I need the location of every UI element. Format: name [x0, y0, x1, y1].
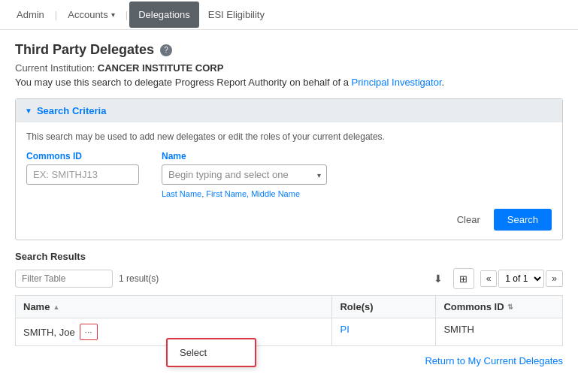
help-icon[interactable]: ? — [160, 44, 172, 56]
more-actions-button[interactable]: ··· — [80, 324, 98, 340]
nav-divider-2: | — [124, 9, 129, 20]
principal-investigator-link[interactable]: Principal Investigator — [352, 77, 442, 88]
commons-id-input[interactable] — [26, 164, 139, 185]
col-name-label: Name — [23, 301, 50, 312]
page-title: Third Party Delegates — [15, 42, 154, 58]
description-end: . — [442, 77, 445, 88]
col-header-name[interactable]: Name ▲ — [16, 296, 332, 318]
name-select-wrapper: Begin typing and select one ▾ — [162, 164, 327, 185]
nav-accounts[interactable]: Accounts ▾ — [59, 2, 123, 28]
name-cell: SMITH, Joe ··· Select — [16, 318, 332, 346]
select-action-item[interactable]: Select — [168, 339, 255, 366]
results-controls: 1 result(s) ⬇ ⊞ « 1 of 1 » — [15, 268, 563, 289]
accounts-label: Accounts — [68, 9, 107, 20]
institution-line: Current Institution: CANCER INSTITUTE CO… — [15, 62, 563, 74]
name-hint: Last Name, First Name, Middle Name — [162, 189, 327, 198]
col-roles-label: Role(s) — [340, 301, 373, 312]
nav-esi[interactable]: ESI Eligibility — [199, 2, 274, 28]
filter-table-input[interactable] — [15, 270, 113, 288]
results-title: Search Results — [15, 251, 563, 262]
col-header-roles: Role(s) — [332, 296, 436, 318]
search-button[interactable]: Search — [494, 209, 552, 231]
actions-dropdown: Select — [166, 338, 256, 367]
col-header-commons[interactable]: Commons ID ⇅ — [436, 296, 563, 318]
nav-delegations[interactable]: Delegations — [129, 2, 199, 28]
search-hint: This search may be used to add new deleg… — [26, 131, 552, 142]
panel-title: Search Criteria — [37, 105, 107, 116]
roles-cell: PI — [332, 318, 436, 346]
commons-id-cell: SMITH — [436, 318, 563, 346]
table-row: SMITH, Joe ··· Select PI SMITH — [16, 318, 563, 346]
search-fields-row: Commons ID Name Begin typing and select … — [26, 151, 552, 198]
row-name-value: SMITH, Joe — [23, 327, 75, 338]
page-title-row: Third Party Delegates ? — [15, 42, 563, 58]
nav-admin[interactable]: Admin — [8, 2, 53, 28]
commons-id-group: Commons ID — [26, 151, 139, 185]
sort-commons-icon: ⇅ — [507, 303, 513, 311]
commons-id-label: Commons ID — [26, 151, 139, 161]
search-actions: Clear Search — [26, 209, 552, 231]
last-page-button[interactable]: » — [546, 270, 563, 287]
first-page-button[interactable]: « — [480, 270, 498, 287]
nav-divider-1: | — [53, 9, 59, 20]
accounts-caret-icon: ▾ — [111, 11, 115, 19]
clear-button[interactable]: Clear — [449, 210, 488, 230]
search-criteria-panel: ▼ Search Criteria This search may be use… — [15, 98, 563, 240]
description-line: You may use this search to delegate Prog… — [15, 77, 563, 88]
top-nav: Admin | Accounts ▾ | Delegations ESI Eli… — [0, 0, 578, 30]
pagination-controls: « 1 of 1 » — [480, 270, 563, 288]
name-label: Name — [162, 151, 327, 161]
download-icon[interactable]: ⬇ — [429, 270, 447, 288]
description-text: You may use this search to delegate Prog… — [15, 77, 352, 88]
row-role-value[interactable]: PI — [340, 324, 349, 335]
grid-view-icon[interactable]: ⊞ — [453, 268, 474, 289]
search-panel-header[interactable]: ▼ Search Criteria — [16, 99, 562, 122]
name-group: Name Begin typing and select one ▾ Last … — [162, 151, 327, 198]
search-panel-body: This search may be used to add new deleg… — [16, 122, 562, 240]
result-count: 1 result(s) — [119, 273, 423, 284]
sort-name-icon: ▲ — [53, 303, 59, 311]
return-delegates-link[interactable]: Return to My Current Delegates — [425, 355, 563, 366]
institution-label: Current Institution: — [15, 62, 95, 74]
results-table: Name ▲ Role(s) Commons ID ⇅ — [15, 295, 563, 346]
institution-name-value: CANCER INSTITUTE CORP — [98, 62, 224, 74]
table-header-row: Name ▲ Role(s) Commons ID ⇅ — [16, 296, 563, 318]
name-select[interactable]: Begin typing and select one — [162, 164, 327, 185]
search-results-section: Search Results 1 result(s) ⬇ ⊞ « 1 of 1 … — [15, 251, 563, 346]
page-select[interactable]: 1 of 1 — [498, 270, 544, 288]
footer-link-row: Return to My Current Delegates — [15, 355, 563, 366]
panel-toggle-icon: ▼ — [25, 107, 32, 115]
row-commons-value: SMITH — [443, 324, 474, 335]
col-commons-label: Commons ID — [443, 301, 504, 312]
